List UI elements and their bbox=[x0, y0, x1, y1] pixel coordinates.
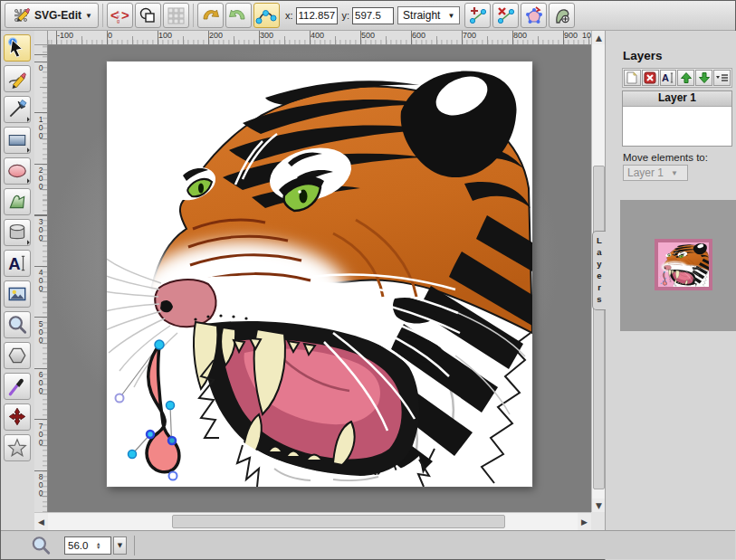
rename-layer-icon: A bbox=[662, 71, 674, 84]
open-path-button[interactable] bbox=[549, 3, 575, 28]
y-coordinate-input[interactable] bbox=[352, 7, 394, 24]
ruler-label: 600 bbox=[36, 370, 45, 394]
x-coordinate-label: x: bbox=[285, 10, 293, 21]
layer-menu-button[interactable] bbox=[713, 70, 731, 86]
main-menu-button[interactable]: SVG-Edit ▼ bbox=[5, 3, 99, 28]
ruler-label: 300 bbox=[260, 31, 273, 40]
undo-button[interactable] bbox=[197, 3, 224, 28]
ruler-label: 0 bbox=[36, 63, 45, 71]
layer-down-icon bbox=[698, 71, 711, 84]
select-caret-icon: ▼ bbox=[447, 12, 454, 20]
tool-eyedropper[interactable] bbox=[4, 373, 31, 400]
canvas-artwork bbox=[107, 62, 532, 487]
path-tool-icon bbox=[6, 191, 28, 213]
node-link-icon bbox=[255, 5, 277, 25]
vertical-ruler: 0100200300400500600700800 bbox=[34, 45, 48, 512]
svg-text:A: A bbox=[662, 72, 669, 83]
thumbnail-artwork bbox=[658, 242, 709, 287]
toolbar-divider bbox=[102, 4, 103, 27]
ruler-corner bbox=[34, 31, 48, 45]
layer-menu-icon bbox=[715, 71, 729, 84]
delete-node-icon bbox=[496, 5, 516, 25]
ruler-label: 500 bbox=[361, 31, 375, 40]
flyout-arrow-icon bbox=[24, 147, 30, 153]
line-tool-icon bbox=[6, 99, 28, 120]
tool-ellipse[interactable] bbox=[4, 157, 31, 185]
flyout-arrow-icon bbox=[24, 178, 30, 184]
tool-select[interactable] bbox=[4, 34, 31, 62]
ruler-label: 100 bbox=[36, 115, 45, 139]
tool-rectangle[interactable] bbox=[4, 127, 31, 154]
add-node-icon bbox=[468, 5, 488, 25]
tool-star[interactable] bbox=[4, 434, 31, 461]
scroll-right-arrow[interactable]: ▶ bbox=[578, 513, 591, 531]
delete-layer-button[interactable] bbox=[642, 70, 659, 86]
tool-image[interactable] bbox=[4, 280, 31, 308]
redo-button[interactable] bbox=[225, 3, 252, 28]
rename-layer-button[interactable]: A bbox=[660, 70, 677, 86]
source-editor-button[interactable]: < > s v g bbox=[107, 3, 133, 28]
source-code-icon: < > s v g bbox=[110, 6, 129, 24]
tool-shape-library[interactable] bbox=[4, 219, 31, 246]
new-layer-button[interactable] bbox=[624, 70, 641, 86]
move-layer-up-button[interactable] bbox=[677, 70, 694, 86]
scrollbar-corner bbox=[591, 512, 605, 530]
svg-edit-logo-icon bbox=[11, 5, 31, 25]
ruler-label: 900 bbox=[564, 31, 578, 40]
layer-row-active[interactable]: Layer 1 bbox=[623, 91, 731, 107]
ruler-label: 400 bbox=[311, 31, 324, 40]
drawing-canvas[interactable] bbox=[107, 62, 532, 487]
delete-node-button[interactable] bbox=[492, 3, 519, 28]
svg-text:>: > bbox=[121, 7, 129, 23]
tool-ornament[interactable] bbox=[4, 403, 31, 431]
x-coordinate-input[interactable] bbox=[296, 7, 338, 24]
close-path-button[interactable] bbox=[521, 3, 547, 28]
move-layer-down-button[interactable] bbox=[695, 70, 712, 86]
tool-line[interactable] bbox=[4, 96, 31, 123]
rectangle-tool-icon bbox=[6, 129, 28, 151]
bottom-bar-divider bbox=[134, 536, 135, 555]
ruler-label: -100 bbox=[57, 31, 73, 40]
ruler-label: 0 bbox=[108, 31, 112, 40]
scroll-up-arrow[interactable]: ▲ bbox=[592, 31, 606, 44]
zoom-spinner[interactable]: ▲▼ bbox=[96, 542, 100, 549]
logo-label: SVG-Edit bbox=[34, 9, 81, 22]
layer-list: Layer 1 bbox=[622, 90, 732, 147]
zoom-preset-dropdown[interactable]: ▼ bbox=[113, 536, 127, 555]
ruler-label: 800 bbox=[36, 472, 45, 497]
ornament-icon bbox=[6, 406, 28, 428]
close-path-icon bbox=[524, 5, 544, 25]
grid-button[interactable] bbox=[163, 3, 189, 28]
zoom-tool-icon bbox=[6, 314, 28, 336]
vertical-scroll-thumb[interactable] bbox=[593, 166, 605, 489]
ruler-label: 700 bbox=[36, 422, 45, 446]
scroll-down-arrow[interactable]: ▼ bbox=[592, 498, 606, 512]
move-elements-label: Move elements to: bbox=[623, 152, 736, 163]
move-elements-select[interactable]: Layer 1 ▼ bbox=[623, 165, 688, 181]
menu-caret-icon: ▼ bbox=[85, 12, 92, 20]
segment-type-select[interactable]: Straight ▼ bbox=[397, 6, 460, 24]
image-tool-icon bbox=[6, 283, 28, 305]
zoom-level-input[interactable] bbox=[65, 539, 96, 552]
horizontal-scroll-thumb[interactable] bbox=[172, 515, 505, 528]
zoom-level-field: ▲▼ bbox=[64, 536, 111, 555]
add-node-button[interactable] bbox=[464, 3, 491, 28]
svg-text:A: A bbox=[8, 254, 20, 273]
ruler-label: 400 bbox=[36, 268, 45, 292]
ruler-label: 200 bbox=[36, 166, 45, 190]
layers-panel-toggle-tab[interactable]: Layers bbox=[592, 231, 606, 310]
horizontal-scrollbar[interactable]: ◀ ▶ bbox=[34, 512, 591, 530]
ellipse-tool-icon bbox=[6, 160, 28, 182]
scroll-left-arrow[interactable]: ◀ bbox=[34, 513, 48, 531]
tool-zoom[interactable] bbox=[4, 311, 31, 338]
shapes-button[interactable] bbox=[135, 3, 161, 28]
shapes-icon bbox=[139, 6, 158, 24]
move-select-value: Layer 1 bbox=[627, 166, 664, 179]
document-thumbnail[interactable] bbox=[655, 239, 712, 290]
tool-pencil[interactable] bbox=[4, 65, 31, 92]
node-link-toggle-button[interactable] bbox=[253, 3, 280, 28]
tools-sidebar: A bbox=[1, 31, 34, 530]
tool-polygon[interactable] bbox=[4, 342, 31, 369]
tool-text[interactable]: A bbox=[4, 250, 31, 277]
tool-path[interactable] bbox=[4, 188, 31, 215]
